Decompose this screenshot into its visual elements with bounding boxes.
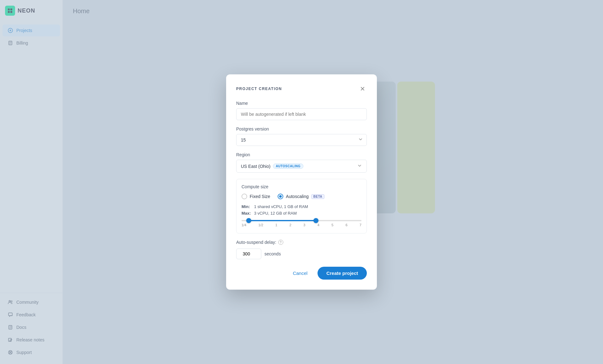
min-label: Min: bbox=[242, 204, 252, 209]
autoscaling-option[interactable]: Autoscaling BETA bbox=[278, 194, 324, 199]
region-chevron-icon bbox=[357, 163, 362, 169]
region-label: Region bbox=[236, 152, 367, 157]
fixed-size-label: Fixed Size bbox=[250, 194, 270, 199]
create-project-button[interactable]: Create project bbox=[318, 267, 367, 280]
max-value: 3 vCPU, 12 GB of RAM bbox=[254, 211, 297, 216]
slider-label-5: 4 bbox=[318, 223, 319, 227]
slider-label-6: 5 bbox=[331, 223, 333, 227]
autoscaling-label: Autoscaling bbox=[286, 194, 308, 199]
modal-header: PROJECT CREATION ✕ bbox=[236, 84, 367, 93]
postgres-label: Postgres version bbox=[236, 126, 367, 131]
compute-info: Min: 1 shared vCPU, 1 GB of RAM Max: 3 v… bbox=[242, 204, 361, 216]
close-icon: ✕ bbox=[360, 85, 365, 93]
region-value: US East (Ohio) bbox=[241, 164, 270, 169]
compute-radio-group: Fixed Size Autoscaling BETA bbox=[242, 194, 361, 199]
modal-close-button[interactable]: ✕ bbox=[358, 84, 367, 93]
slider-labels: 1/4 1/2 1 2 3 4 5 6 7 bbox=[242, 223, 361, 227]
compute-slider[interactable]: 1/4 1/2 1 2 3 4 5 6 7 bbox=[242, 220, 361, 227]
slider-track bbox=[242, 220, 361, 221]
beta-badge: BETA bbox=[311, 194, 324, 199]
help-icon[interactable]: ? bbox=[278, 240, 283, 245]
name-field-group: Name bbox=[236, 101, 367, 120]
postgres-field-group: Postgres version 15 14 13 bbox=[236, 126, 367, 146]
region-select[interactable]: US East (Ohio) AUTOSCALING bbox=[236, 160, 367, 173]
slider-label-2: 1 bbox=[275, 223, 277, 227]
region-field-group: Region US East (Ohio) AUTOSCALING bbox=[236, 152, 367, 173]
name-input[interactable] bbox=[236, 108, 367, 120]
auto-suspend-group: Auto-suspend delay: ? seconds bbox=[236, 240, 367, 259]
auto-suspend-unit: seconds bbox=[264, 251, 281, 256]
fixed-size-option[interactable]: Fixed Size bbox=[242, 194, 270, 199]
slider-label-3: 2 bbox=[289, 223, 291, 227]
compute-title: Compute size bbox=[242, 184, 361, 189]
compute-min-row: Min: 1 shared vCPU, 1 GB of RAM bbox=[242, 204, 361, 209]
slider-label-8: 7 bbox=[360, 223, 361, 227]
autoscaling-badge: AUTOSCALING bbox=[273, 163, 303, 169]
slider-label-0: 1/4 bbox=[242, 223, 246, 227]
slider-label-7: 6 bbox=[345, 223, 347, 227]
auto-suspend-value-input[interactable] bbox=[236, 249, 261, 259]
fixed-size-radio bbox=[242, 194, 247, 199]
max-label: Max: bbox=[242, 211, 252, 216]
compute-size-section: Compute size Fixed Size Autoscaling BETA… bbox=[236, 179, 367, 233]
region-select-wrapper: US East (Ohio) AUTOSCALING bbox=[236, 160, 367, 173]
slider-thumb-max[interactable] bbox=[313, 218, 318, 223]
auto-suspend-label-row: Auto-suspend delay: ? bbox=[236, 240, 367, 245]
modal-title: PROJECT CREATION bbox=[236, 87, 282, 91]
postgres-select-wrapper: 15 14 13 bbox=[236, 134, 367, 146]
postgres-select[interactable]: 15 14 13 bbox=[236, 134, 367, 146]
slider-label-4: 3 bbox=[303, 223, 305, 227]
modal-footer: Cancel Create project bbox=[236, 267, 367, 280]
name-label: Name bbox=[236, 101, 367, 106]
min-value: 1 shared vCPU, 1 GB of RAM bbox=[254, 204, 308, 209]
auto-suspend-inputs: seconds bbox=[236, 249, 367, 259]
autoscaling-radio bbox=[278, 194, 283, 199]
compute-max-row: Max: 3 vCPU, 12 GB of RAM bbox=[242, 211, 361, 216]
slider-fill bbox=[249, 220, 316, 221]
slider-thumb-min[interactable] bbox=[246, 218, 251, 223]
auto-suspend-label: Auto-suspend delay: bbox=[236, 240, 276, 245]
slider-label-1: 1/2 bbox=[258, 223, 263, 227]
cancel-button[interactable]: Cancel bbox=[288, 268, 312, 278]
project-creation-modal: PROJECT CREATION ✕ Name Postgres version… bbox=[226, 74, 377, 290]
